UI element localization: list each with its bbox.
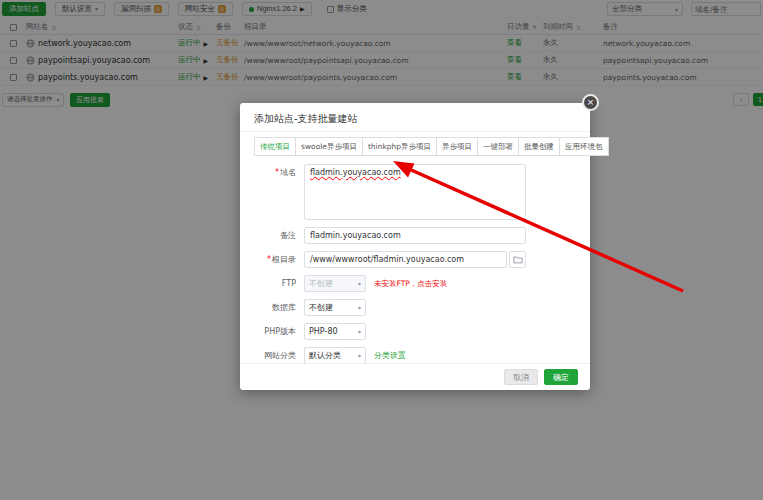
tab-async-project[interactable]: 异步项目 xyxy=(436,137,478,156)
tab-swoole-async[interactable]: swoole异步项目 xyxy=(295,137,363,156)
ftp-label: FTP xyxy=(240,275,304,292)
site-category-select[interactable]: 默认分类 ▾ xyxy=(304,347,366,364)
tab-one-click-deploy[interactable]: 一键部署 xyxy=(477,137,519,156)
domain-value: fladmin.youyacao.com xyxy=(310,168,401,177)
php-version-value: PHP-80 xyxy=(309,327,338,336)
database-value: 不创建 xyxy=(309,302,333,313)
root-path-input[interactable] xyxy=(304,251,507,268)
note-input[interactable] xyxy=(304,227,526,244)
ftp-select: 不创建 ▾ xyxy=(304,275,366,292)
site-category-label: 网站分类 xyxy=(240,347,304,364)
root-label: *根目录 xyxy=(240,251,304,268)
note-label: 备注 xyxy=(240,227,304,244)
category-settings-link[interactable]: 分类设置 xyxy=(374,350,406,361)
database-select[interactable]: 不创建 ▾ xyxy=(304,299,366,316)
tab-thinkphp-async[interactable]: thinkphp异步项目 xyxy=(362,137,437,156)
close-icon[interactable]: × xyxy=(582,94,599,111)
database-label: 数据库 xyxy=(240,299,304,316)
domain-textarea[interactable]: fladmin.youyacao.com xyxy=(304,164,526,220)
ftp-value: 不创建 xyxy=(309,278,333,289)
modal-title: 添加站点-支持批量建站 xyxy=(240,103,590,132)
cancel-button[interactable]: 取消 xyxy=(504,369,538,385)
modal-footer: 取消 确定 xyxy=(240,363,590,390)
folder-picker-button[interactable] xyxy=(509,251,526,268)
folder-icon xyxy=(513,255,523,264)
tab-batch-create[interactable]: 批量创建 xyxy=(518,137,560,156)
tab-app-env-package[interactable]: 应用环境包 xyxy=(559,137,609,156)
ftp-install-warning[interactable]: 未安装FTP，点击安装 xyxy=(374,279,447,289)
chevron-down-icon: ▾ xyxy=(358,352,361,359)
chevron-down-icon: ▾ xyxy=(358,328,361,335)
chevron-down-icon: ▾ xyxy=(358,280,361,287)
website-manager-page: 添加站点 默认设置 ▾ 漏洞扫描 0 网站安全 0 Nginx1.26.2 ▶ … xyxy=(0,0,763,500)
modal-tabs: 传统项目 swoole异步项目 thinkphp异步项目 异步项目 一键部署 批… xyxy=(254,137,576,156)
add-site-form: *域名 fladmin.youyacao.com 备注 *根目录 FTP 不创建… xyxy=(240,164,590,364)
domain-label: *域名 xyxy=(240,164,304,181)
confirm-button[interactable]: 确定 xyxy=(544,369,578,385)
php-version-label: PHP版本 xyxy=(240,323,304,340)
site-category-value: 默认分类 xyxy=(309,350,341,361)
chevron-down-icon: ▾ xyxy=(358,304,361,311)
add-site-modal: × 添加站点-支持批量建站 传统项目 swoole异步项目 thinkphp异步… xyxy=(240,103,590,390)
tab-traditional-project[interactable]: 传统项目 xyxy=(254,137,296,156)
php-version-select[interactable]: PHP-80 ▾ xyxy=(304,323,366,340)
